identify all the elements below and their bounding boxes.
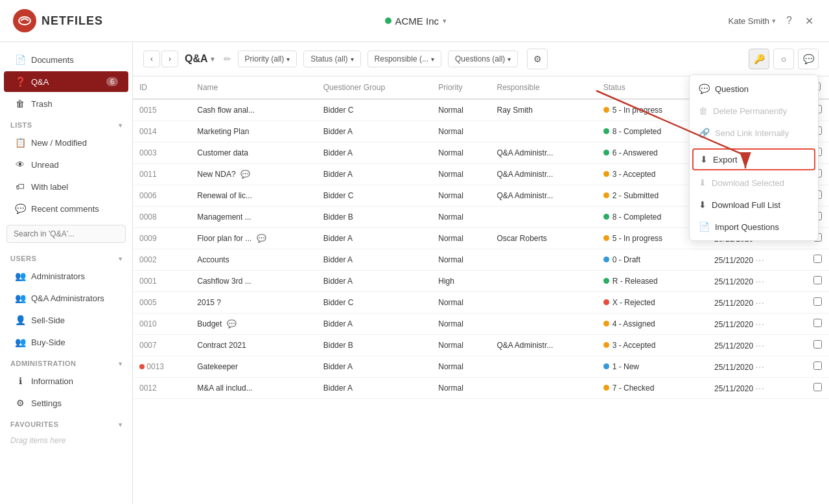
status-filter[interactable]: Status (all) ▾ — [303, 51, 360, 67]
sidebar-item-label: With label — [31, 182, 118, 192]
row-more-button[interactable]: ··· — [755, 255, 765, 265]
table-row[interactable]: 0005 2015 ? Bidder C Normal X - Rejected… — [133, 292, 829, 314]
cell-priority: High — [432, 271, 490, 292]
status-text: 8 - Completed — [613, 212, 661, 222]
col-name: Name — [191, 76, 316, 99]
favourites-section-header: FAVOURITES ▾ — [0, 414, 132, 431]
sidebar-item-documents[interactable]: 📄 Documents — [4, 49, 128, 70]
user-menu[interactable]: Kate Smith ▾ — [729, 16, 776, 26]
sidebar-item-buy-side[interactable]: 👥 Buy-Side — [4, 332, 128, 352]
drag-hint: Drag items here — [0, 431, 132, 450]
cell-name: Customer data — [191, 143, 316, 164]
row-more-button[interactable]: ··· — [755, 276, 765, 286]
cell-id: 0008 — [133, 207, 191, 228]
cell-group: Bidder A — [317, 121, 432, 143]
help-button[interactable]: ? — [784, 12, 795, 29]
cell-checkbox — [806, 378, 829, 399]
dropdown-item-export[interactable]: ⬇ Export — [692, 148, 815, 170]
dropdown-menu: 💬 Question 🗑 Delete Permanently 🔗 Send L… — [689, 74, 819, 241]
comment-indicator: 💬 — [240, 170, 250, 179]
sidebar-item-qna-administrators[interactable]: 👥 Q&A Administrators — [4, 288, 128, 308]
sidebar-item-recent-comments[interactable]: 💬 Recent comments — [4, 198, 128, 219]
sidebar-item-unread[interactable]: 👁 Unread — [4, 154, 128, 175]
sidebar-item-information[interactable]: ℹ Information — [4, 371, 128, 391]
status-text: 8 - Completed — [613, 127, 661, 136]
admin-toggle-icon[interactable]: ▾ — [119, 360, 123, 367]
circle-icon-button[interactable]: ○ — [773, 49, 794, 69]
company-name: ACME Inc — [395, 16, 439, 27]
sidebar-item-label: New / Modified — [31, 138, 118, 148]
row-more-button[interactable]: ··· — [755, 383, 765, 393]
nav-forward-button[interactable]: › — [161, 51, 178, 67]
cell-id: 0015 — [133, 99, 191, 121]
company-selector[interactable]: ACME Inc ▾ — [385, 16, 447, 27]
users-toggle-icon[interactable]: ▾ — [119, 255, 123, 262]
table-row[interactable]: 0010 Budget 💬 Bidder A Normal 4 - Assign… — [133, 314, 829, 335]
cell-name: Contract 2021 — [191, 335, 316, 356]
key-icon-button[interactable]: 🔑 — [749, 49, 769, 69]
page-title[interactable]: Q&A ▾ — [185, 53, 215, 65]
cell-id: 0002 — [133, 249, 191, 271]
cell-group: Bidder C — [317, 185, 432, 207]
cell-priority: Normal — [432, 228, 490, 249]
cell-modified: 25/11/2020 ··· — [708, 356, 806, 378]
cell-responsible — [491, 292, 597, 314]
cell-priority: Normal — [432, 249, 490, 271]
row-checkbox[interactable] — [813, 255, 822, 263]
dropdown-item-import[interactable]: 📄 Import Questions — [690, 216, 818, 238]
row-checkbox[interactable] — [813, 297, 822, 306]
settings-icon-button[interactable]: ⚙ — [527, 49, 548, 69]
row-more-button[interactable]: ··· — [755, 319, 765, 329]
cell-status: 1 - New — [597, 356, 708, 378]
status-dot — [603, 278, 609, 284]
lists-toggle-icon[interactable]: ▾ — [119, 122, 123, 129]
row-more-button[interactable]: ··· — [755, 340, 765, 350]
row-checkbox[interactable] — [813, 340, 822, 349]
table-row[interactable]: 0007 Contract 2021 Bidder B Normal Q&A A… — [133, 335, 829, 356]
table-row[interactable]: 0013 Gatekeeper Bidder A Normal 1 - New … — [133, 356, 829, 378]
row-checkbox[interactable] — [813, 361, 822, 370]
sidebar-item-with-label[interactable]: 🏷 With label — [4, 176, 128, 197]
sidebar-item-administrators[interactable]: 👥 Administrators — [4, 266, 128, 286]
status-dot — [603, 363, 609, 369]
cell-responsible: Q&A Administr... — [491, 185, 597, 207]
chat-icon-button[interactable]: 💬 — [798, 49, 819, 69]
status-text: 7 - Checked — [613, 384, 655, 393]
dropdown-item-download-full[interactable]: ⬇ Download Full List — [690, 194, 818, 216]
row-checkbox[interactable] — [813, 276, 822, 284]
row-checkbox[interactable] — [813, 383, 822, 391]
edit-button[interactable]: ✏ — [224, 54, 231, 64]
dropdown-item-question[interactable]: 💬 Question — [690, 78, 818, 100]
cell-responsible — [491, 356, 597, 378]
fav-toggle-icon[interactable]: ▾ — [119, 421, 123, 428]
sidebar-item-new-modified[interactable]: 📋 New / Modified — [4, 132, 128, 153]
nav-back-button[interactable]: ‹ — [143, 51, 160, 67]
row-more-button[interactable]: ··· — [755, 297, 765, 308]
priority-chevron-icon: ▾ — [286, 56, 290, 63]
sidebar-item-sell-side[interactable]: 👤 Sell-Side — [4, 310, 128, 330]
search-input[interactable] — [6, 225, 126, 243]
download-full-icon: ⬇ — [699, 200, 706, 210]
close-button[interactable]: ✕ — [802, 12, 816, 30]
table-row[interactable]: 0012 M&A all includ... Bidder A Normal 7… — [133, 378, 829, 399]
cell-priority: Normal — [432, 335, 490, 356]
status-text: 4 - Assigned — [613, 319, 655, 328]
table-row[interactable]: 0001 Cashflow 3rd ... Bidder A High R - … — [133, 271, 829, 292]
table-row[interactable]: 0002 Accounts Bidder A Normal 0 - Draft … — [133, 249, 829, 271]
status-text: 5 - In progress — [613, 106, 662, 115]
cell-responsible — [491, 271, 597, 292]
questions-filter[interactable]: Questions (all) ▾ — [448, 51, 518, 67]
sidebar-item-trash[interactable]: 🗑 Trash — [4, 93, 128, 114]
row-more-button[interactable]: ··· — [755, 361, 765, 372]
comment-indicator: 💬 — [227, 319, 237, 328]
row-checkbox[interactable] — [813, 319, 822, 327]
sidebar-item-settings[interactable]: ⚙ Settings — [4, 393, 128, 413]
cell-group: Bidder B — [317, 335, 432, 356]
responsible-filter[interactable]: Responsible (... ▾ — [368, 51, 441, 67]
cell-name: Renewal of lic... — [191, 185, 316, 207]
sidebar-item-qna[interactable]: ❓ Q&A 6 — [4, 71, 128, 92]
delete-icon: 🗑 — [699, 106, 708, 116]
status-text: 2 - Submitted — [613, 191, 659, 200]
cell-priority: Normal — [432, 143, 490, 164]
priority-filter[interactable]: Priority (all) ▾ — [238, 51, 298, 67]
